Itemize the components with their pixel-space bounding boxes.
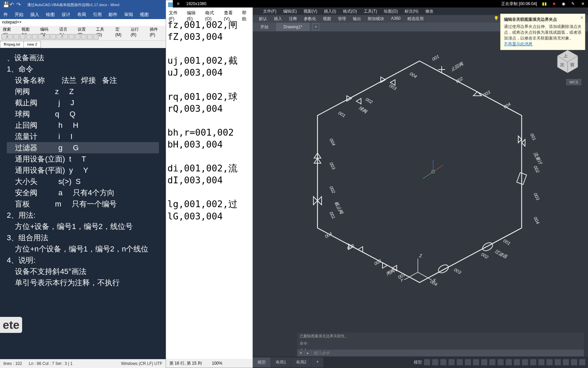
tb-undo-icon[interactable]	[50, 34, 56, 40]
ribbon-mail[interactable]: 邮件	[105, 10, 121, 19]
layout-model[interactable]: 模型	[253, 357, 271, 367]
word-undo-icon[interactable]: ↶	[10, 1, 14, 6]
rtab-view[interactable]: 视图	[320, 15, 334, 22]
npp-menubar[interactable]: 搜索(S) 视图(V) 编码(N) 语言(L) 设置(T) 工具(O) 宏(M)…	[0, 26, 166, 33]
layout-2[interactable]: 布局2	[291, 357, 311, 367]
menu-format[interactable]: 格式(O)	[340, 7, 360, 15]
menu-tools[interactable]: 工具(T)	[360, 7, 380, 15]
annomonitor-icon[interactable]	[522, 359, 528, 365]
menu-file[interactable]: 文件(F)	[260, 7, 280, 15]
tb-new-icon[interactable]	[1, 34, 7, 40]
np-menu-view[interactable]: 查看(V)	[221, 9, 240, 17]
tb-open-icon[interactable]	[7, 34, 13, 40]
ribbon-ref[interactable]: 引用	[89, 10, 105, 19]
customize-icon[interactable]	[579, 359, 585, 365]
tb-zoom-icon[interactable]	[75, 34, 80, 40]
annoscale-icon[interactable]	[506, 359, 512, 365]
rec-camera-icon[interactable]: ◉	[560, 0, 567, 7]
quickprops-icon[interactable]	[538, 359, 544, 365]
lock-icon[interactable]	[546, 359, 553, 365]
rtab-output[interactable]: 输出	[349, 15, 364, 22]
tb-replace-icon[interactable]	[69, 34, 74, 40]
ribbon-home[interactable]: 开始	[11, 10, 27, 19]
npp-menu-tools[interactable]: 工具(O)	[93, 26, 112, 33]
menu-modify[interactable]: 修改	[422, 7, 437, 15]
rtab-featured[interactable]: 精选应用	[404, 15, 427, 22]
tb-cut-icon[interactable]	[32, 34, 37, 40]
tb-copy-icon[interactable]	[38, 34, 44, 40]
cmd-close-icon[interactable]: ✕	[297, 351, 305, 355]
cmd-chevron-icon[interactable]: ▸	[305, 351, 311, 355]
ribbon-design[interactable]: 设计	[58, 10, 74, 19]
npp-menu-run[interactable]: 运行(R)	[128, 26, 147, 33]
tab-start[interactable]: 开始	[253, 22, 276, 32]
rtab-default[interactable]: 默认	[256, 15, 271, 22]
np-menu-file[interactable]: 文件(F)	[166, 9, 184, 17]
npp-menu-settings[interactable]: 设置(T)	[75, 26, 93, 33]
menu-insert[interactable]: 插入(I)	[321, 7, 339, 15]
rtab-a360[interactable]: A360	[388, 15, 404, 22]
ribbon-review[interactable]: 审阅	[121, 10, 136, 19]
note-close-icon[interactable]: ✕	[580, 15, 584, 20]
tb-saveall-icon[interactable]	[20, 34, 25, 40]
word-save-icon[interactable]: 💾	[3, 1, 7, 6]
layout-1[interactable]: 布局1	[271, 357, 291, 367]
npp-tab-2[interactable]: new 2	[23, 41, 41, 48]
notepad-menubar[interactable]: 文件(F) 编辑(E) 格式(O) 查看(V) 帮助	[166, 9, 252, 17]
ribbon-insert[interactable]: 插入	[27, 10, 43, 19]
word-redo-icon[interactable]: ↷	[16, 1, 21, 6]
npp-menu-lang[interactable]: 语言(L)	[56, 26, 75, 33]
ribbon-view[interactable]: 视图	[136, 10, 152, 19]
cmd-input[interactable]: 键入命令	[311, 350, 332, 356]
tb-find-icon[interactable]	[63, 34, 68, 40]
npp-menu-macro[interactable]: 宏(M)	[113, 26, 128, 33]
menu-edit[interactable]: 编辑(E)	[280, 7, 300, 15]
rtab-manage[interactable]: 管理	[334, 15, 349, 22]
acad-command-panel[interactable]: 已删除图案填充边界关联性。 命令: 命令: ✕ ▸ 键入命令	[297, 333, 584, 356]
tb-save-icon[interactable]	[14, 34, 19, 40]
npp-menu-view[interactable]: 视图(V)	[19, 26, 37, 33]
lwt-icon[interactable]	[481, 359, 487, 365]
tab-add-button[interactable]: +	[312, 24, 319, 30]
tab-drawing1[interactable]: Drawing1*	[276, 23, 310, 31]
layout-add[interactable]: +	[311, 357, 323, 367]
np-menu-format[interactable]: 格式(O)	[202, 9, 221, 17]
acad-statusbar[interactable]: 模型 布局1 布局2 + 模型	[253, 356, 588, 368]
grid-icon[interactable]	[424, 359, 430, 365]
tb-print-icon[interactable]	[26, 34, 31, 40]
npp-menu-encoding[interactable]: 编码(N)	[37, 26, 56, 33]
cleanscreen-icon[interactable]	[571, 359, 577, 365]
polar-icon[interactable]	[448, 359, 455, 365]
menu-view[interactable]: 视图(V)	[300, 7, 321, 15]
word-ribbon[interactable]: 件 开始 插入 绘图 设计 布局 引用 邮件 审阅 视图	[0, 10, 166, 19]
osnap-icon[interactable]	[457, 359, 463, 365]
rec-menu-icon[interactable]: ≡	[173, 1, 183, 6]
rec-pause-button[interactable]: ▮▮	[541, 0, 548, 7]
rtab-addins[interactable]: 附加模块	[364, 15, 388, 22]
tb-play-icon[interactable]	[93, 34, 99, 40]
np-menu-help[interactable]: 帮助	[239, 9, 252, 17]
cycling-icon[interactable]	[497, 359, 504, 365]
tb-rec-icon[interactable]	[87, 34, 93, 40]
menu-dim[interactable]: 标注(N)	[401, 7, 422, 15]
np-menu-edit[interactable]: 编辑(E)	[184, 9, 202, 17]
isolate-icon[interactable]	[555, 359, 561, 365]
transparency-icon[interactable]	[489, 359, 495, 365]
npp-tab-1[interactable]: ffmpeg.txt	[0, 41, 24, 48]
rec-stop-button[interactable]: ■	[551, 0, 557, 7]
npp-editor[interactable]: 、设备画法1、命令 设备名称 法兰 焊接 备注 闸阀 z Z 截止阀 j J 球…	[0, 48, 166, 359]
rtab-param[interactable]: 参数化	[300, 15, 320, 22]
note-dismiss-link[interactable]: 不再显示此消息	[504, 41, 582, 47]
npp-tabs[interactable]: ffmpeg.txt new 2	[0, 41, 166, 48]
ribbon-draw[interactable]: 绘图	[43, 10, 58, 19]
npp-menu-search[interactable]: 搜索(S)	[0, 26, 19, 33]
units-icon[interactable]	[530, 359, 536, 365]
rec-close-button[interactable]: ✕	[578, 1, 588, 6]
tb-wrap-icon[interactable]	[81, 34, 86, 40]
status-model-label[interactable]: 模型	[414, 359, 422, 365]
snap-icon[interactable]	[432, 359, 438, 365]
menu-draw[interactable]: 绘图(D)	[380, 7, 401, 15]
ortho-icon[interactable]	[440, 359, 446, 365]
rtab-insert[interactable]: 插入	[271, 15, 285, 22]
rtab-annotate[interactable]: 注释	[285, 15, 300, 22]
